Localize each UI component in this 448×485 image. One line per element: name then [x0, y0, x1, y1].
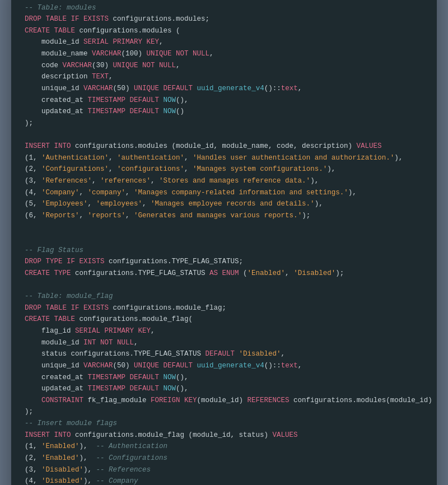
code-content: -- Table: modules DROP TABLE IF EXISTS c… — [11, 0, 437, 485]
code-editor-window: -- Table: modules DROP TABLE IF EXISTS c… — [11, 0, 437, 485]
